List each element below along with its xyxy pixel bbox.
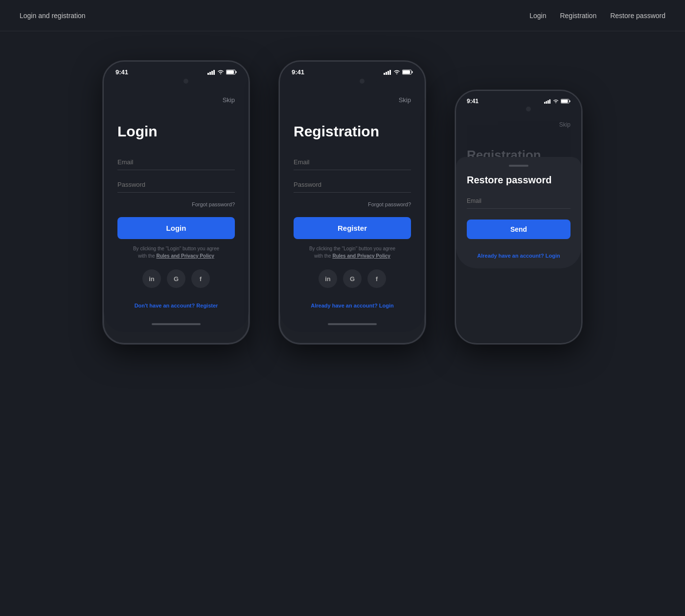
battery-icon-2 xyxy=(402,69,413,75)
email-input-1[interactable] xyxy=(117,154,235,170)
main-content: 9:41 xyxy=(0,31,685,374)
svg-rect-20 xyxy=(561,100,568,103)
modal-title: Restore password xyxy=(467,175,571,186)
svg-rect-7 xyxy=(384,73,385,75)
skip-btn-1[interactable]: Skip xyxy=(117,96,235,104)
social-icons-2: in G f xyxy=(294,269,411,288)
agreement-text-1: By clicking the "Login" button you agree… xyxy=(117,245,235,260)
login-button[interactable]: Login xyxy=(117,217,235,239)
status-time-2: 9:41 xyxy=(292,68,304,76)
skip-btn-2[interactable]: Skip xyxy=(294,96,411,104)
account-text-2: Already have an account? Login xyxy=(294,303,411,308)
account-text-1: Don't have an account? Register xyxy=(117,303,235,308)
forgot-password-1[interactable]: Forgot password? xyxy=(117,201,235,207)
camera-notch-2 xyxy=(360,79,365,84)
linkedin-icon-1[interactable]: in xyxy=(142,269,161,288)
phone1-screen: Skip Login Forgot password? Login By cli… xyxy=(104,88,249,318)
rules-link-2[interactable]: Rules and Privacy Policy xyxy=(332,253,390,259)
social-icons-1: in G f xyxy=(117,269,235,288)
status-time-3: 9:41 xyxy=(467,98,479,105)
svg-rect-0 xyxy=(207,73,209,75)
password-input-2[interactable] xyxy=(294,177,411,193)
registration-title: Registration xyxy=(294,123,411,140)
svg-rect-16 xyxy=(548,100,549,103)
modal-email-input[interactable] xyxy=(467,194,571,209)
google-icon-2[interactable]: G xyxy=(343,269,362,288)
phone2-screen: Skip Registration Forgot password? Regis… xyxy=(280,88,425,318)
svg-rect-13 xyxy=(403,70,410,74)
notch-3 xyxy=(497,104,541,114)
svg-rect-12 xyxy=(412,71,413,73)
phone3-screen: Skip Registration Forgot password? Regis… xyxy=(456,115,581,268)
linkedin-icon-2[interactable]: in xyxy=(319,269,337,288)
login-link-2[interactable]: Login xyxy=(379,303,394,308)
navbar-links: Login Registration Restore password xyxy=(529,12,665,20)
password-group-2 xyxy=(294,177,411,196)
svg-rect-1 xyxy=(209,72,211,75)
skip-btn-3[interactable]: Skip xyxy=(467,121,571,128)
modal-already-have: Already have an account? xyxy=(477,253,545,259)
already-have-account: Already have an account? xyxy=(311,303,379,308)
svg-rect-19 xyxy=(570,100,571,102)
notch-2 xyxy=(328,75,377,88)
nav-restore[interactable]: Restore password xyxy=(610,12,665,20)
camera-notch-3 xyxy=(526,107,531,111)
login-title: Login xyxy=(117,123,235,140)
svg-rect-10 xyxy=(389,70,391,75)
svg-rect-3 xyxy=(213,70,215,75)
battery-icon-3 xyxy=(561,99,571,104)
phone-registration: 9:41 xyxy=(279,61,426,344)
wifi-icon-1 xyxy=(217,70,224,75)
register-button[interactable]: Register xyxy=(294,217,411,239)
svg-rect-8 xyxy=(386,72,387,75)
signal-icon-3 xyxy=(544,99,551,104)
svg-rect-6 xyxy=(227,70,234,74)
facebook-icon-1[interactable]: f xyxy=(191,269,210,288)
modal-handle xyxy=(509,165,528,167)
restore-password-modal: Restore password Send Already have an ac… xyxy=(456,157,581,268)
signal-icon-1 xyxy=(207,70,215,75)
svg-rect-14 xyxy=(544,102,546,104)
wifi-icon-3 xyxy=(553,99,559,104)
email-group-2 xyxy=(294,154,411,173)
agreement-text-2: By clicking the "Login" button you agree… xyxy=(294,245,411,260)
facebook-icon-2[interactable]: f xyxy=(367,269,386,288)
nav-registration[interactable]: Registration xyxy=(560,12,596,20)
wifi-icon-2 xyxy=(393,70,400,75)
google-icon-1[interactable]: G xyxy=(167,269,185,288)
navbar: Login and registration Login Registratio… xyxy=(0,0,685,31)
status-time-1: 9:41 xyxy=(115,68,128,76)
svg-rect-17 xyxy=(549,99,551,104)
navbar-brand: Login and registration xyxy=(20,12,86,20)
camera-notch-1 xyxy=(183,79,188,84)
password-group-1 xyxy=(117,177,235,196)
rules-link-1[interactable]: Rules and Privacy Policy xyxy=(156,253,214,259)
home-indicator-2 xyxy=(328,323,377,325)
battery-icon-1 xyxy=(226,69,237,75)
modal-email-group xyxy=(467,194,571,212)
email-input-2[interactable] xyxy=(294,154,411,170)
email-group-1 xyxy=(117,154,235,173)
register-link-1[interactable]: Register xyxy=(196,303,218,308)
svg-rect-9 xyxy=(388,71,389,75)
nav-login[interactable]: Login xyxy=(529,12,546,20)
modal-account-text: Already have an account? Login xyxy=(467,253,571,259)
phone-restore: 9:41 xyxy=(455,90,582,344)
modal-login-link[interactable]: Login xyxy=(546,253,560,259)
dont-have-account: Don't have an account? xyxy=(135,303,197,308)
forgot-password-2[interactable]: Forgot password? xyxy=(294,201,411,207)
notch-1 xyxy=(152,75,201,88)
phone-login: 9:41 xyxy=(103,61,250,344)
password-input-1[interactable] xyxy=(117,177,235,193)
svg-rect-2 xyxy=(211,71,213,75)
home-indicator-1 xyxy=(152,323,201,325)
svg-rect-15 xyxy=(546,101,548,103)
svg-rect-5 xyxy=(236,71,237,73)
signal-icon-2 xyxy=(384,70,391,75)
send-button[interactable]: Send xyxy=(467,220,571,239)
